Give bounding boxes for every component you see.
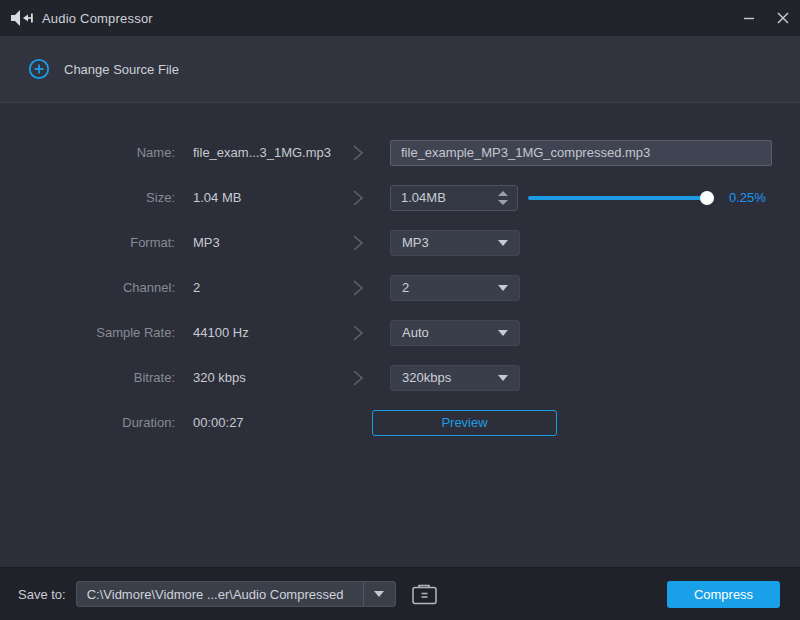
format-label: Format: bbox=[0, 235, 175, 250]
compress-button[interactable]: Compress bbox=[667, 581, 780, 608]
chevron-right-icon bbox=[343, 324, 373, 342]
plus-circle-icon bbox=[28, 58, 50, 80]
save-to-label: Save to: bbox=[18, 587, 66, 602]
bitrate-row: Bitrate: 320 kbps 320kbps bbox=[0, 355, 800, 400]
size-label: Size: bbox=[0, 190, 175, 205]
size-slider[interactable] bbox=[528, 191, 714, 205]
size-input[interactable] bbox=[391, 190, 479, 205]
format-row: Format: MP3 MP3 bbox=[0, 220, 800, 265]
sample-rate-dropdown[interactable]: Auto bbox=[390, 320, 520, 346]
output-name-input[interactable] bbox=[390, 140, 772, 166]
bitrate-source-value: 320 kbps bbox=[193, 370, 343, 385]
chevron-right-icon bbox=[343, 189, 373, 207]
chevron-down-icon bbox=[498, 285, 508, 291]
compressor-form: Name: file_exam...3_1MG.mp3 Size: 1.04 M… bbox=[0, 103, 800, 567]
source-header: Change Source File bbox=[0, 36, 800, 103]
window-title: Audio Compressor bbox=[42, 11, 153, 26]
sample-rate-source-value: 44100 Hz bbox=[193, 325, 343, 340]
bitrate-dropdown-value: 320kbps bbox=[402, 370, 451, 385]
minimize-button[interactable] bbox=[732, 0, 766, 36]
size-spinner bbox=[390, 185, 518, 211]
channel-source-value: 2 bbox=[193, 280, 343, 295]
chevron-right-icon bbox=[343, 279, 373, 297]
chevron-down-icon bbox=[498, 375, 508, 381]
change-source-file-button[interactable] bbox=[28, 58, 50, 80]
sample-rate-dropdown-value: Auto bbox=[402, 325, 429, 340]
name-row: Name: file_exam...3_1MG.mp3 bbox=[0, 130, 800, 175]
footer-bar: Save to: Compress bbox=[0, 567, 800, 620]
duration-label: Duration: bbox=[0, 415, 175, 430]
save-path-box bbox=[76, 581, 396, 607]
duration-row: Duration: 00:00:27 Preview bbox=[0, 400, 800, 445]
bitrate-dropdown[interactable]: 320kbps bbox=[390, 365, 520, 391]
chevron-down-icon bbox=[374, 591, 384, 597]
chevron-down-icon bbox=[498, 240, 508, 246]
title-bar: Audio Compressor bbox=[0, 0, 800, 36]
duration-source-value: 00:00:27 bbox=[193, 415, 343, 430]
chevron-right-icon bbox=[343, 369, 373, 387]
save-path-input[interactable] bbox=[77, 587, 363, 602]
save-path-dropdown-button[interactable] bbox=[364, 581, 395, 607]
close-button[interactable] bbox=[766, 0, 800, 36]
chevron-down-icon bbox=[498, 330, 508, 336]
chevron-right-icon bbox=[343, 144, 373, 162]
size-row: Size: 1.04 MB 0.25% bbox=[0, 175, 800, 220]
format-source-value: MP3 bbox=[193, 235, 343, 250]
name-label: Name: bbox=[0, 145, 175, 160]
folder-icon bbox=[411, 582, 438, 606]
name-source-value: file_exam...3_1MG.mp3 bbox=[193, 145, 343, 160]
spinner-down-icon[interactable] bbox=[498, 200, 508, 205]
channel-dropdown[interactable]: 2 bbox=[390, 275, 520, 301]
browse-folder-button[interactable] bbox=[410, 580, 440, 608]
channel-row: Channel: 2 2 bbox=[0, 265, 800, 310]
preview-button[interactable]: Preview bbox=[372, 410, 557, 436]
size-source-value: 1.04 MB bbox=[193, 190, 343, 205]
close-icon bbox=[776, 11, 790, 25]
minimize-icon bbox=[743, 12, 755, 24]
bitrate-label: Bitrate: bbox=[0, 370, 175, 385]
sample-rate-label: Sample Rate: bbox=[0, 325, 175, 340]
chevron-right-icon bbox=[343, 234, 373, 252]
format-dropdown[interactable]: MP3 bbox=[390, 230, 520, 256]
channel-label: Channel: bbox=[0, 280, 175, 295]
format-dropdown-value: MP3 bbox=[402, 235, 429, 250]
slider-handle[interactable] bbox=[700, 191, 714, 205]
audio-compressor-window: Audio Compressor Change Source File bbox=[0, 0, 800, 620]
change-source-file-label[interactable]: Change Source File bbox=[64, 62, 179, 77]
speaker-compress-icon bbox=[10, 8, 34, 28]
spinner-up-icon[interactable] bbox=[498, 191, 508, 196]
slider-track[interactable] bbox=[528, 196, 714, 200]
size-percent-label: 0.25% bbox=[729, 190, 766, 205]
sample-rate-row: Sample Rate: 44100 Hz Auto bbox=[0, 310, 800, 355]
channel-dropdown-value: 2 bbox=[402, 280, 409, 295]
